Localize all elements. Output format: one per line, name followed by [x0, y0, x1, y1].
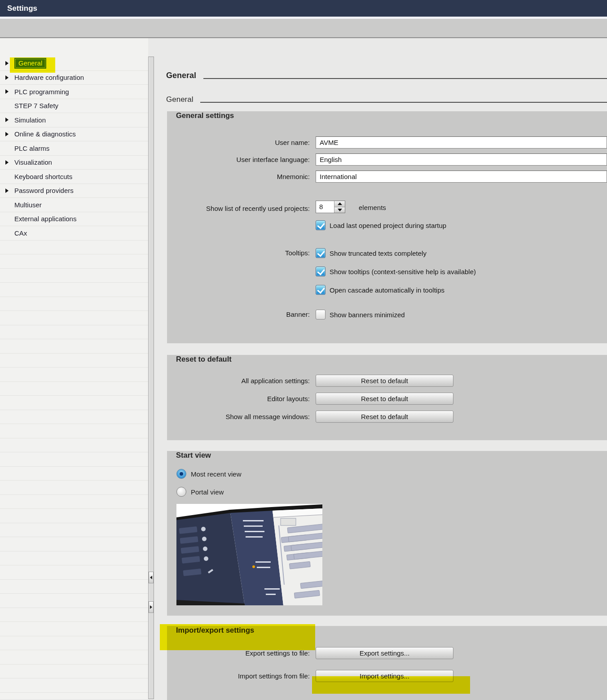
sidebar-item-online-diagnostics[interactable]: Online & diagnostics [0, 127, 148, 142]
most-recent-view-label: Most recent view [191, 470, 242, 478]
reset-message-windows-label: Show all message windows: [225, 412, 310, 421]
ui-language-label: User interface language: [237, 155, 310, 164]
sidebar-item-external-applications[interactable]: External applications [0, 212, 148, 227]
sidebar-item-label: PLC programming [14, 88, 69, 96]
sidebar-item-label: Visualization [14, 158, 52, 166]
export-settings-button[interactable]: Export settings... [316, 647, 453, 659]
portal-view-radio[interactable] [176, 487, 186, 497]
open-cascade-checkbox[interactable] [316, 285, 325, 295]
sidebar-item-simulation[interactable]: Simulation [0, 113, 148, 127]
import-settings-label: Import settings from file: [238, 672, 310, 681]
open-cascade-label: Open cascade automatically in tooltips [330, 286, 444, 294]
most-recent-view-radio[interactable] [176, 469, 186, 479]
stepper-up-button[interactable] [334, 201, 345, 207]
user-name-label: User name: [275, 138, 310, 147]
reset-message-windows-button[interactable]: Reset to default [316, 411, 453, 423]
expand-arrow-icon[interactable] [5, 160, 9, 165]
reset-editor-layouts-row: Editor layouts: Reset to default [167, 393, 607, 405]
general-settings-panel: General settings User name: User interfa… [167, 111, 607, 343]
page-title: General [166, 71, 196, 80]
reset-app-settings-button[interactable]: Reset to default [316, 375, 453, 387]
reset-editor-layouts-label: Editor layouts: [267, 394, 310, 403]
start-view-header: Start view [176, 451, 607, 459]
export-settings-row: Export settings to file: Export settings… [167, 647, 607, 659]
recent-projects-value: 8 [316, 201, 334, 213]
expand-arrow-icon[interactable] [5, 75, 9, 80]
title-rule [200, 102, 607, 103]
sidebar-item-label: CAx [14, 229, 27, 237]
reset-to-default-panel: Reset to default All application setting… [167, 355, 607, 440]
stepper-down-button[interactable] [334, 207, 345, 213]
sidebar-item-password-providers[interactable]: Password providers [0, 184, 148, 198]
page-title-row: General [166, 71, 607, 80]
sidebar-item-label: Password providers [14, 187, 74, 194]
banner-row: Banner: Show banners minimized [167, 310, 607, 319]
window-title: Settings [0, 0, 607, 17]
recent-projects-label: Show list of recently used projects: [206, 204, 310, 213]
expand-arrow-icon[interactable] [5, 89, 9, 94]
most-recent-view-option[interactable]: Most recent view [176, 469, 607, 479]
show-banners-minimized-label: Show banners minimized [330, 311, 405, 319]
settings-main: General General General settings User na… [155, 38, 607, 699]
sidebar-item-label: STEP 7 Safety [14, 102, 58, 109]
nav-scrollbar[interactable] [148, 57, 154, 699]
sidebar-item-label: General [14, 58, 46, 69]
sidebar-item-label: Online & diagnostics [14, 130, 76, 138]
arrow-up-icon [338, 202, 342, 205]
reset-message-windows-row: Show all message windows: Reset to defau… [167, 411, 607, 423]
sidebar-item-label: Hardware configuration [14, 74, 84, 81]
import-export-header: Import/export settings [176, 626, 607, 634]
expand-arrow-icon[interactable] [5, 188, 9, 193]
start-view-thumbnail-image [176, 504, 322, 605]
show-banners-minimized-checkbox[interactable] [316, 310, 325, 319]
collapse-left-button[interactable] [149, 572, 154, 583]
show-truncated-checkbox[interactable] [316, 248, 325, 258]
user-name-field[interactable] [316, 136, 607, 149]
show-tooltips-checkbox[interactable] [316, 267, 325, 276]
recent-projects-stepper[interactable]: 8 [316, 201, 345, 213]
ui-language-field[interactable] [316, 153, 607, 166]
sidebar-empty-rows [0, 241, 148, 700]
sidebar-item-visualization[interactable]: Visualization [0, 156, 148, 170]
export-settings-label: Export settings to file: [246, 649, 310, 658]
sidebar-item-hardware-configuration[interactable]: Hardware configuration [0, 71, 148, 85]
portal-view-label: Portal view [191, 488, 224, 496]
arrow-left-icon [150, 576, 152, 579]
sidebar-item-general[interactable]: General [0, 57, 148, 71]
sidebar-item-label: External applications [14, 215, 76, 223]
expand-arrow-icon[interactable] [5, 61, 9, 66]
tooltips-group-label: Tooltips: [285, 249, 310, 258]
reset-app-settings-row: All application settings: Reset to defau… [167, 375, 607, 387]
show-tooltips-label: Show tooltips (context-sensitive help is… [330, 268, 476, 276]
sidebar-item-cax[interactable]: CAx [0, 226, 148, 241]
sidebar-item-plc-programming[interactable]: PLC programming [0, 85, 148, 99]
reset-editor-layouts-button[interactable]: Reset to default [316, 393, 453, 405]
toolbar-strip [0, 19, 607, 38]
expand-right-button[interactable] [149, 601, 154, 613]
title-rule [203, 78, 607, 79]
expand-arrow-icon[interactable] [5, 118, 9, 122]
ui-language-row: User interface language: [167, 153, 607, 166]
load-last-project-label: Load last opened project during startup [330, 222, 446, 229]
sidebar-item-plc-alarms[interactable]: PLC alarms [0, 141, 148, 156]
recent-projects-row: Show list of recently used projects: 8 e… [167, 201, 607, 213]
arrow-right-icon [150, 605, 152, 609]
mnemonic-field[interactable] [316, 171, 607, 183]
banner-group-label: Banner: [286, 310, 310, 319]
portal-view-option[interactable]: Portal view [176, 487, 607, 497]
sidebar-item-keyboard-shortcuts[interactable]: Keyboard shortcuts [0, 170, 148, 184]
arrow-down-icon [338, 209, 342, 211]
import-settings-row: Import settings from file: Import settin… [167, 670, 607, 682]
show-tooltips-row: Show tooltips (context-sensitive help is… [167, 267, 607, 276]
general-settings-header: General settings [176, 111, 607, 120]
expand-arrow-icon[interactable] [5, 132, 9, 136]
load-last-project-checkbox[interactable] [316, 220, 325, 230]
sidebar-item-label: Simulation [14, 116, 46, 124]
sidebar-item-step7-safety[interactable]: STEP 7 Safety [0, 99, 148, 114]
show-truncated-row: Tooltips: Show truncated texts completel… [167, 248, 607, 258]
import-settings-button[interactable]: Import settings... [316, 670, 453, 682]
subsection-title-row: General [166, 95, 607, 104]
settings-nav: General Hardware configuration PLC progr… [0, 38, 148, 699]
mnemonic-row: Mnemonic: [167, 171, 607, 183]
sidebar-item-multiuser[interactable]: Multiuser [0, 198, 148, 212]
